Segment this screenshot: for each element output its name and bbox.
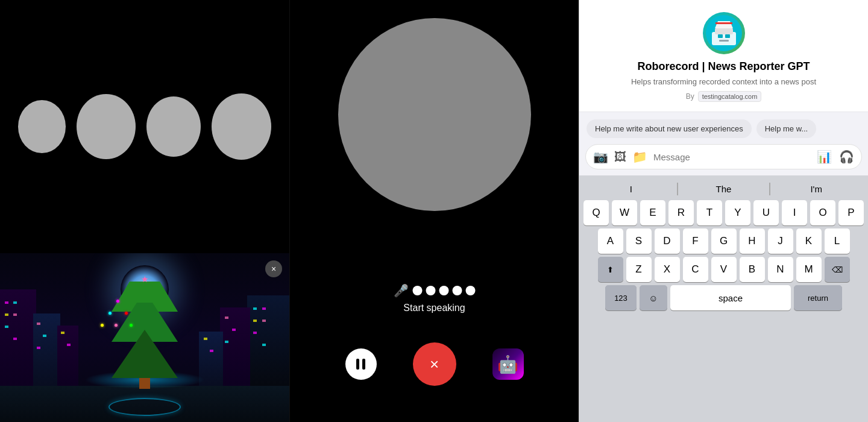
voice-area: 🎤 Start speaking	[394, 283, 475, 313]
building-1	[0, 289, 36, 386]
by-site[interactable]: testingcatalog.com	[698, 91, 762, 102]
key-numbers[interactable]: 123	[605, 285, 637, 310]
gpt-avatar	[703, 12, 745, 54]
gpt-avatar-image	[706, 15, 742, 51]
folder-icon[interactable]: 📁	[632, 150, 647, 164]
voice-dot-2	[426, 286, 435, 295]
key-row-2: A S D F G H J K L	[582, 228, 866, 254]
key-g[interactable]: G	[711, 228, 737, 254]
key-d[interactable]: D	[655, 228, 680, 254]
key-l[interactable]: L	[825, 228, 850, 254]
key-row-3: ⬆ Z X C V B N M ⌫	[582, 257, 866, 282]
ground-circle	[108, 398, 181, 416]
suggestion-chip-1[interactable]: Help me write about new user experiences	[587, 119, 752, 138]
pause-icon	[356, 359, 365, 370]
key-suggestions-row: I The I'm	[582, 180, 866, 200]
key-i[interactable]: I	[782, 200, 807, 225]
scene: ★	[0, 253, 289, 422]
key-q[interactable]: Q	[583, 200, 609, 225]
key-h[interactable]: H	[740, 228, 765, 254]
waveform-icon[interactable]: 📊	[817, 150, 832, 164]
microphone-icon: 🎤	[394, 283, 409, 298]
svg-rect-7	[719, 40, 729, 42]
key-y[interactable]: Y	[725, 200, 750, 225]
pause-button[interactable]	[345, 348, 377, 380]
key-a[interactable]: A	[598, 228, 623, 254]
svg-rect-5	[718, 34, 723, 38]
key-w[interactable]: W	[612, 200, 637, 225]
key-n[interactable]: N	[768, 257, 793, 282]
voice-indicators: 🎤	[394, 283, 475, 298]
key-m[interactable]: M	[796, 257, 822, 282]
message-right-icons: 📊 🎧	[817, 150, 854, 164]
keyboard: I The I'm Q W E R T Y U I O P A S D F G …	[579, 175, 868, 422]
circle-1	[18, 100, 66, 153]
svg-rect-6	[725, 34, 730, 38]
headphone-icon[interactable]: 🎧	[839, 150, 854, 164]
voice-dot-1	[412, 286, 422, 295]
key-j[interactable]: J	[768, 228, 793, 254]
image-card: ★ ×	[0, 253, 289, 422]
building-5	[220, 307, 250, 386]
stop-button[interactable]: ×	[413, 342, 456, 386]
key-suggest-the[interactable]: The	[678, 183, 770, 195]
key-z[interactable]: Z	[626, 257, 652, 282]
key-c[interactable]: C	[683, 257, 708, 282]
key-r[interactable]: R	[668, 200, 694, 225]
key-o[interactable]: O	[810, 200, 835, 225]
by-label: By	[686, 92, 694, 101]
gpt-description: Helps transforming recorded context into…	[631, 77, 816, 87]
circle-4	[212, 93, 271, 160]
key-emoji[interactable]: ☺	[640, 285, 667, 310]
panel-3: Roborecord | News Reporter GPT Helps tra…	[579, 0, 868, 422]
key-u[interactable]: U	[753, 200, 779, 225]
key-v[interactable]: V	[711, 257, 737, 282]
tree-trunk	[139, 378, 150, 389]
close-button[interactable]: ×	[265, 260, 282, 277]
key-suggest-i[interactable]: I	[585, 183, 678, 195]
gpt-header: Roborecord | News Reporter GPT Helps tra…	[579, 0, 868, 112]
large-avatar-circle	[338, 18, 531, 211]
circles-area	[0, 0, 289, 253]
voice-dot-5	[465, 286, 475, 295]
gpt-by: By testingcatalog.com	[686, 91, 762, 102]
key-row-1: Q W E R T Y U I O P	[582, 200, 866, 225]
message-input[interactable]	[653, 152, 811, 162]
suggestions-row: Help me write about new user experiences…	[579, 112, 868, 138]
photo-icon[interactable]: 🖼	[614, 150, 626, 164]
key-delete[interactable]: ⌫	[825, 257, 850, 282]
svg-rect-2	[715, 28, 733, 34]
key-suggest-im[interactable]: I'm	[770, 183, 862, 195]
controls-row: × 🤖	[345, 342, 524, 386]
key-t[interactable]: T	[697, 200, 722, 225]
key-row-4: 123 ☺ space return	[582, 285, 866, 310]
voice-dot-3	[439, 286, 448, 295]
avatar-emoji: 🤖	[497, 354, 518, 374]
start-speaking-label: Start speaking	[403, 303, 465, 313]
panel-2: 🎤 Start speaking × 🤖	[289, 0, 579, 422]
circle-3	[146, 96, 201, 157]
christmas-tree: ★	[112, 282, 178, 389]
circle-2	[77, 94, 135, 159]
key-f[interactable]: F	[683, 228, 708, 254]
key-x[interactable]: X	[655, 257, 680, 282]
panel-1: ★ ×	[0, 0, 289, 422]
key-b[interactable]: B	[740, 257, 765, 282]
key-s[interactable]: S	[626, 228, 652, 254]
key-return[interactable]: return	[794, 285, 842, 310]
key-e[interactable]: E	[640, 200, 665, 225]
voice-dot-4	[452, 286, 462, 295]
key-shift[interactable]: ⬆	[598, 257, 623, 282]
suggestion-chip-2[interactable]: Help me w...	[756, 119, 817, 138]
key-k[interactable]: K	[796, 228, 822, 254]
message-bar: 📷 🖼 📁 📊 🎧	[585, 144, 862, 169]
key-space[interactable]: space	[670, 285, 791, 310]
ground	[0, 386, 289, 422]
avatar-thumbnail[interactable]: 🤖	[492, 348, 524, 380]
tree-star: ★	[141, 274, 149, 284]
building-3	[57, 326, 78, 386]
camera-icon[interactable]: 📷	[593, 150, 608, 164]
building-2	[33, 313, 60, 386]
key-p[interactable]: P	[838, 200, 864, 225]
svg-rect-4	[715, 22, 732, 24]
